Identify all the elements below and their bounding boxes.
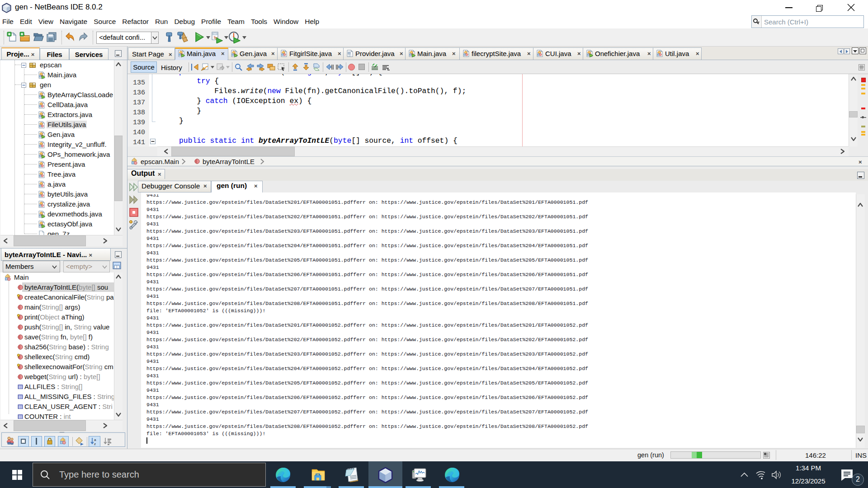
svg-text:a: a xyxy=(94,438,96,442)
svg-text:z: z xyxy=(94,442,96,446)
